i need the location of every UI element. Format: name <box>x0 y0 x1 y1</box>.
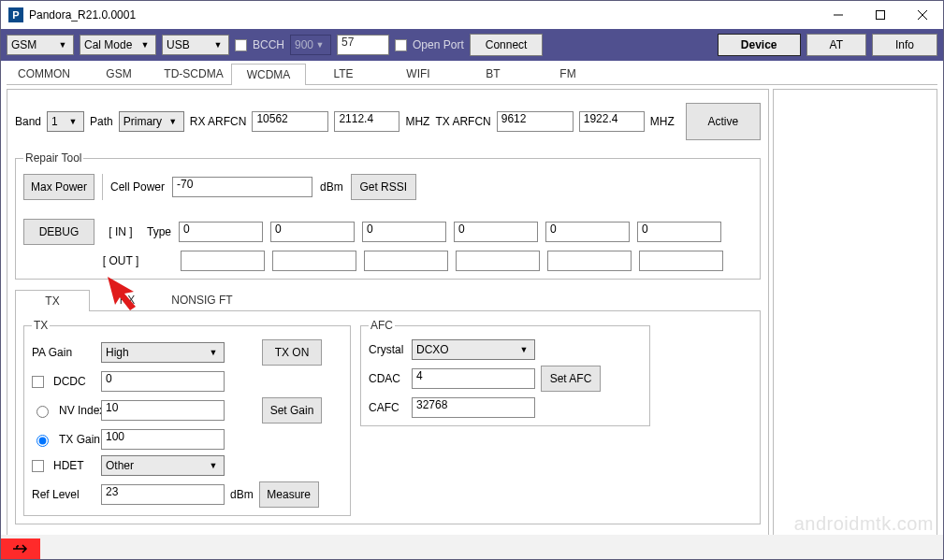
tab-wifi[interactable]: WIFI <box>381 63 456 84</box>
at-button[interactable]: AT <box>806 34 866 56</box>
tab-bt[interactable]: BT <box>456 63 530 84</box>
cafc-input[interactable]: 32768 <box>412 397 535 418</box>
cellpower-input[interactable]: -70 <box>172 177 312 197</box>
txarfcn-label: TX ARFCN <box>435 115 490 128</box>
repair-fieldset: Repair Tool Max Power Cell Power -70 dBm… <box>15 151 761 280</box>
minimize-button[interactable] <box>817 1 859 29</box>
cdac-label: CDAC <box>369 372 406 385</box>
txgain-label: TX Gain <box>59 433 100 446</box>
out-1[interactable] <box>272 251 356 271</box>
bcch-label: BCCH <box>253 38 284 51</box>
in-1[interactable]: 0 <box>270 222 355 242</box>
connect-button[interactable]: Connect <box>470 34 544 56</box>
rxarfcn-input[interactable]: 10562 <box>252 111 328 132</box>
info-button[interactable]: Info <box>872 34 937 56</box>
txmhz-input[interactable]: 1922.4 <box>579 111 645 132</box>
svg-rect-1 <box>876 11 884 20</box>
nvindex-input[interactable]: 10 <box>101 400 225 421</box>
hdet-checkbox[interactable] <box>32 460 44 472</box>
left-panel: Band 1▼ Path Primary▼ RX ARFCN 10562 211… <box>7 89 769 558</box>
path-select[interactable]: Primary▼ <box>119 111 184 132</box>
tab-tdscdma[interactable]: TD-SCDMA <box>156 63 231 84</box>
dbm-label-2: dBm <box>230 488 254 501</box>
dcdc-checkbox[interactable] <box>32 376 44 388</box>
reflevel-label: Ref Level <box>32 488 95 501</box>
subtab-rx[interactable]: RX <box>90 289 165 310</box>
tab-wcdma[interactable]: WCDMA <box>231 64 306 85</box>
in-2[interactable]: 0 <box>362 222 446 242</box>
device-button[interactable]: Device <box>718 34 801 56</box>
getrssi-button[interactable]: Get RSSI <box>351 174 416 200</box>
out-2[interactable] <box>364 251 448 271</box>
txarfcn-input[interactable]: 9612 <box>497 111 574 132</box>
mhz-label-2: MHZ <box>650 115 675 128</box>
pagain-select[interactable]: High▼ <box>101 342 225 363</box>
txgain-radio[interactable] <box>36 435 49 447</box>
openport-checkbox[interactable] <box>395 39 407 51</box>
repair-legend: Repair Tool <box>23 151 83 165</box>
tx-fieldset: TX PA Gain High▼ TX ON DCDC 0 NV Index 1… <box>23 319 351 516</box>
out-4[interactable] <box>547 251 632 271</box>
txon-button[interactable]: TX ON <box>262 339 322 366</box>
mode1-select[interactable]: GSM▼ <box>7 35 74 55</box>
dcdc-input[interactable]: 0 <box>101 371 225 392</box>
in-3[interactable]: 0 <box>454 222 538 242</box>
txgain-input[interactable]: 100 <box>101 429 225 450</box>
nvindex-label: NV Index <box>59 404 105 417</box>
in-5[interactable]: 0 <box>637 222 721 242</box>
in-0[interactable]: 0 <box>179 222 263 242</box>
type-label: Type <box>147 225 171 238</box>
sub-tabs: TX RX NONSIG FT <box>15 289 761 311</box>
rxmhz-input[interactable]: 2112.4 <box>334 111 399 132</box>
cdac-input[interactable]: 4 <box>412 368 535 389</box>
setgain-button[interactable]: Set Gain <box>262 397 322 424</box>
main-tabs: COMMON GSM TD-SCDMA WCDMA LTE WIFI BT FM <box>7 63 937 85</box>
path-label: Path <box>90 115 113 128</box>
bcch-band-select[interactable]: 900▼ <box>290 35 331 55</box>
right-panel <box>773 89 937 558</box>
tab-fm[interactable]: FM <box>530 63 605 84</box>
mode2-select[interactable]: Cal Mode▼ <box>80 35 156 55</box>
afc-fieldset: AFC Crystal DCXO▼ CDAC 4 Set AFC CAFC 32… <box>360 319 650 426</box>
cellpower-label: Cell Power <box>110 180 165 194</box>
active-button[interactable]: Active <box>686 103 761 140</box>
close-button[interactable] <box>901 1 943 29</box>
out-5[interactable] <box>639 251 723 271</box>
subtab-tx[interactable]: TX <box>15 290 90 311</box>
tab-common[interactable]: COMMON <box>7 63 81 84</box>
maxpower-button[interactable]: Max Power <box>23 174 94 200</box>
rxarfcn-label: RX ARFCN <box>190 115 247 128</box>
openport-label: Open Port <box>413 38 464 51</box>
bcch-checkbox[interactable] <box>235 39 247 51</box>
out-0[interactable] <box>181 251 265 271</box>
reflevel-input[interactable]: 23 <box>101 484 225 505</box>
bcch-ch-input[interactable]: 57 <box>337 35 389 55</box>
in-4[interactable]: 0 <box>545 222 630 242</box>
toolbar: GSM▼ Cal Mode▼ USB▼ BCCH 900▼ 57 Open Po… <box>1 29 943 61</box>
status-bar <box>1 535 943 559</box>
title-bar: P Pandora_R21.0.0001 <box>1 1 943 29</box>
nvindex-radio[interactable] <box>36 406 49 418</box>
crystal-select[interactable]: DCXO▼ <box>412 339 535 360</box>
dbm-label-1: dBm <box>320 180 343 194</box>
subtab-nonsigft[interactable]: NONSIG FT <box>165 289 240 310</box>
out-3[interactable] <box>456 251 540 271</box>
tab-lte[interactable]: LTE <box>306 63 381 84</box>
in-label: [ IN ] <box>102 225 139 238</box>
dcdc-label: DCDC <box>53 375 86 388</box>
hdet-select[interactable]: Other▼ <box>101 455 225 476</box>
measure-button[interactable]: Measure <box>259 481 319 508</box>
maximize-button[interactable] <box>859 1 901 29</box>
app-icon: P <box>8 7 23 22</box>
tx-legend: TX <box>32 319 50 332</box>
tab-gsm[interactable]: GSM <box>81 63 156 84</box>
setafc-button[interactable]: Set AFC <box>541 366 601 392</box>
debug-button[interactable]: DEBUG <box>23 219 94 245</box>
out-label: [ OUT ] <box>102 254 139 267</box>
band-label: Band <box>15 115 41 128</box>
cafc-label: CAFC <box>369 401 406 414</box>
mhz-label-1: MHZ <box>405 115 429 128</box>
window-title: Pandora_R21.0.0001 <box>29 8 817 22</box>
conn-select[interactable]: USB▼ <box>162 35 229 55</box>
band-select[interactable]: 1▼ <box>47 111 84 132</box>
